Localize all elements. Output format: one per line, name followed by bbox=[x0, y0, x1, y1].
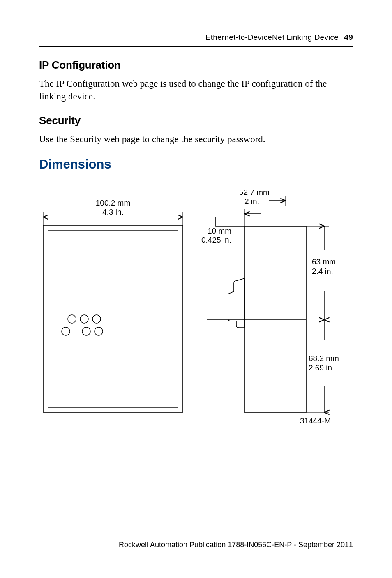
heading-security: Security bbox=[39, 114, 353, 127]
dim-depth-in: 2 in. bbox=[244, 197, 259, 206]
svg-point-5 bbox=[62, 327, 70, 335]
svg-rect-0 bbox=[43, 225, 183, 412]
dim-upper-mm: 63 mm bbox=[312, 257, 336, 266]
footer-publication: Rockwell Automation Publication 1788-IN0… bbox=[119, 541, 353, 549]
svg-point-6 bbox=[82, 327, 90, 335]
dim-upper-in: 2.4 in. bbox=[312, 267, 333, 275]
dimensions-svg: 100.2 mm 4.3 in. 52.7 mm 2 in. 10 mm bbox=[39, 188, 351, 427]
header-rule bbox=[39, 46, 353, 47]
dim-lower-in: 2.69 in. bbox=[309, 363, 334, 372]
dimensions-diagram: 100.2 mm 4.3 in. 52.7 mm 2 in. 10 mm bbox=[39, 188, 351, 428]
svg-point-3 bbox=[80, 315, 88, 323]
heading-dimensions: Dimensions bbox=[39, 157, 353, 172]
heading-ip-configuration: IP Configuration bbox=[39, 59, 353, 72]
dim-clip-in: 0.425 in. bbox=[201, 236, 231, 244]
dim-depth-mm: 52.7 mm bbox=[239, 188, 270, 197]
body-security: Use the Security web page to change the … bbox=[39, 133, 353, 146]
page-number: 49 bbox=[344, 33, 353, 42]
doc-title: Ethernet-to-DeviceNet Linking Device bbox=[205, 33, 339, 42]
drawing-number: 31444-M bbox=[300, 416, 331, 425]
svg-point-7 bbox=[95, 327, 103, 335]
svg-point-2 bbox=[68, 315, 76, 323]
body-ip-configuration: The IP Configuration web page is used to… bbox=[39, 77, 353, 103]
dim-width-in: 4.3 in. bbox=[102, 208, 124, 216]
running-header: Ethernet-to-DeviceNet Linking Device 49 bbox=[39, 33, 353, 42]
dim-width-mm: 100.2 mm bbox=[96, 199, 130, 207]
dim-clip-mm: 10 mm bbox=[208, 227, 231, 235]
dim-lower-mm: 68.2 mm bbox=[309, 354, 339, 363]
svg-rect-12 bbox=[244, 226, 306, 412]
svg-point-4 bbox=[92, 315, 101, 323]
